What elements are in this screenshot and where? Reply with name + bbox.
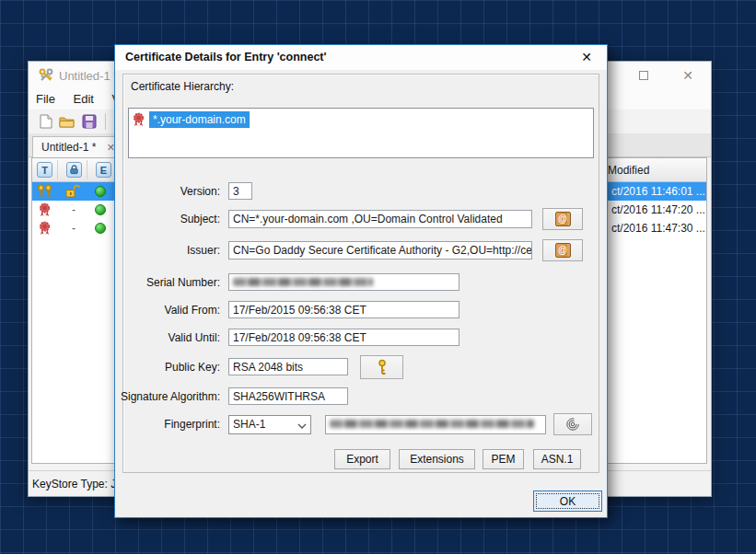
menu-edit[interactable]: Edit	[66, 89, 101, 109]
unlocked-padlock-icon	[64, 184, 80, 202]
signature-algorithm-value: SHA256WITHRSA	[228, 387, 348, 405]
fingerprint-algorithm-value: SHA-1	[233, 418, 265, 431]
serial-number-label: Serial Number:	[121, 276, 220, 289]
certificate-details-dialog: Certificate Details for Entry 'connect' …	[114, 44, 608, 518]
key-pair-icon	[36, 184, 54, 202]
expiry-column-icon[interactable]: E	[96, 162, 111, 178]
address-book-icon: @	[555, 212, 571, 226]
dialog-titlebar[interactable]: Certificate Details for Entry 'connect' …	[115, 45, 607, 70]
trusted-cert-icon	[38, 202, 52, 221]
maximize-icon	[639, 71, 648, 80]
serial-number-value-redacted	[228, 273, 459, 291]
hierarchy-item[interactable]: *.your-domain.com	[132, 111, 250, 128]
issuer-address-book-button[interactable]: @	[542, 239, 583, 261]
lock-status-cell: -	[65, 203, 82, 216]
version-label: Version:	[121, 185, 220, 198]
asn1-button[interactable]: ASN.1	[533, 449, 581, 469]
last-modified-cell: ct/2016 11:46:01 ...	[611, 185, 705, 198]
extensions-button[interactable]: Extensions	[399, 449, 475, 469]
window-title: Untitled-1 *	[59, 69, 118, 83]
subject-value: CN=*.your-domain.com ,OU=Domain Control …	[228, 210, 532, 228]
signature-algorithm-label: Signature Algorithm:	[121, 390, 220, 403]
close-button[interactable]: ✕	[678, 66, 698, 85]
save-icon[interactable]	[78, 111, 100, 132]
dialog-close-icon[interactable]: ✕	[578, 50, 595, 64]
public-key-label: Public Key:	[121, 361, 220, 374]
last-modified-cell: ct/2016 11:47:30 ...	[611, 222, 705, 235]
tab-untitled-1[interactable]: Untitled-1 * ✕	[32, 136, 123, 157]
expiry-ok-icon	[95, 186, 106, 197]
trusted-cert-icon	[38, 221, 52, 239]
maximize-button[interactable]	[634, 66, 654, 85]
lock-status-cell: -	[65, 222, 82, 235]
fingerprint-algorithm-select[interactable]: SHA-1	[228, 415, 311, 434]
new-file-icon[interactable]	[34, 111, 56, 132]
valid-from-value: 17/Feb/2015 09:56:38 CET	[228, 301, 459, 318]
lock-status-column-icon[interactable]	[66, 162, 82, 178]
fingerprint-label: Fingerprint:	[121, 418, 220, 431]
subject-address-book-button[interactable]: @	[542, 208, 583, 230]
hierarchy-item-label: *.your-domain.com	[149, 111, 250, 128]
issuer-label: Issuer:	[121, 244, 220, 257]
ok-button[interactable]: OK	[533, 491, 602, 512]
valid-until-value: 17/Feb/2018 09:56:38 CET	[228, 329, 459, 346]
public-key-details-button[interactable]	[360, 355, 403, 379]
type-column-icon[interactable]: T	[37, 162, 52, 178]
valid-from-label: Valid From:	[121, 304, 220, 317]
open-folder-icon[interactable]	[56, 111, 78, 132]
trusted-cert-icon	[132, 112, 145, 127]
hierarchy-label: Certificate Hierarchy:	[131, 80, 234, 93]
version-value: 3	[228, 182, 252, 200]
export-button[interactable]: Export	[334, 449, 390, 469]
address-book-icon: @	[555, 243, 571, 258]
toolbar-separator	[105, 113, 106, 130]
key-icon	[377, 359, 388, 375]
redacted-text	[330, 420, 534, 428]
last-modified-cell: ct/2016 11:47:20 ...	[611, 203, 705, 216]
subject-label: Subject:	[121, 213, 220, 225]
keystore-keys-icon	[38, 68, 54, 87]
dialog-title: Certificate Details for Entry 'connect'	[125, 51, 327, 63]
chevron-down-icon	[297, 420, 307, 433]
fingerprint-icon	[565, 417, 580, 432]
pem-button[interactable]: PEM	[483, 449, 524, 469]
public-key-value: RSA 2048 bits	[228, 358, 348, 375]
valid-until-label: Valid Until:	[121, 331, 220, 344]
menu-file[interactable]: File	[29, 89, 63, 109]
fingerprint-value-redacted	[325, 415, 546, 434]
certificate-hierarchy-list[interactable]: *.your-domain.com	[128, 108, 594, 158]
expiry-ok-icon	[95, 204, 106, 215]
expiry-ok-icon	[95, 223, 106, 234]
issuer-value: CN=Go Daddy Secure Certificate Authority…	[228, 241, 532, 260]
redacted-text	[233, 278, 373, 286]
fingerprint-details-button[interactable]	[553, 413, 592, 435]
tab-label: Untitled-1 *	[41, 141, 96, 154]
